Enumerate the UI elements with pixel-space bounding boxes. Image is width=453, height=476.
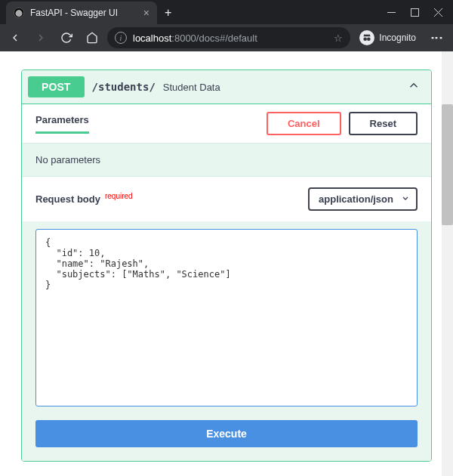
- operation-block-post: POST /students/ Student Data Parameters …: [21, 70, 432, 462]
- parameters-header: Parameters Cancel Reset: [22, 104, 431, 143]
- reload-button[interactable]: [56, 27, 77, 48]
- scrollbar[interactable]: [442, 51, 453, 476]
- close-window-icon[interactable]: [434, 8, 442, 17]
- tab-title: FastAPI - Swagger UI: [30, 8, 137, 18]
- minimize-icon[interactable]: [387, 8, 396, 17]
- address-bar[interactable]: i localhost:8000/docs#/default ☆: [107, 27, 350, 48]
- maximize-icon[interactable]: [411, 8, 419, 17]
- svg-rect-1: [411, 9, 419, 17]
- execute-button[interactable]: Execute: [35, 420, 418, 447]
- execute-wrap: Execute: [22, 420, 431, 461]
- request-body-header: Request body required application/json: [22, 177, 431, 221]
- content-type-value: application/json: [319, 193, 393, 205]
- request-body-editor-wrap: [22, 221, 431, 420]
- scrollbar-thumb[interactable]: [442, 104, 453, 225]
- incognito-label: Incognito: [379, 32, 416, 43]
- no-parameters-message: No parameters: [22, 143, 431, 177]
- collapse-icon[interactable]: [407, 79, 421, 95]
- svg-point-5: [367, 37, 371, 41]
- incognito-icon: [359, 30, 374, 45]
- tab-favicon: ⬤: [14, 8, 24, 18]
- bookmark-icon[interactable]: ☆: [334, 32, 343, 44]
- browser-navbar: i localhost:8000/docs#/default ☆ Incogni…: [0, 24, 453, 51]
- chevron-down-icon: [401, 193, 410, 205]
- site-info-icon[interactable]: i: [115, 32, 127, 44]
- forward-button[interactable]: [30, 27, 51, 48]
- url-text: localhost:8000/docs#/default: [133, 32, 257, 44]
- operation-path: /students/: [92, 81, 156, 93]
- content-type-select[interactable]: application/json: [308, 187, 418, 211]
- request-body-label: Request body: [35, 193, 100, 205]
- incognito-indicator[interactable]: Incognito: [355, 30, 421, 45]
- browser-tab[interactable]: ⬤ FastAPI - Swagger UI ×: [6, 2, 157, 24]
- window-controls: [377, 8, 453, 24]
- browser-titlebar: ⬤ FastAPI - Swagger UI × +: [0, 0, 453, 24]
- operation-summary[interactable]: POST /students/ Student Data: [22, 70, 431, 104]
- http-method-badge: POST: [28, 76, 85, 97]
- svg-point-4: [364, 37, 368, 41]
- browser-menu-icon[interactable]: ⋮: [425, 32, 448, 44]
- new-tab-button[interactable]: +: [157, 6, 179, 24]
- reset-button[interactable]: Reset: [349, 112, 418, 135]
- home-button[interactable]: [82, 27, 103, 48]
- close-tab-icon[interactable]: ×: [143, 7, 149, 19]
- operation-description: Student Data: [163, 82, 220, 93]
- back-button[interactable]: [5, 27, 26, 48]
- required-badge: required: [105, 192, 133, 200]
- operation-body: Parameters Cancel Reset No parameters Re…: [22, 104, 431, 461]
- tab-parameters[interactable]: Parameters: [35, 114, 89, 133]
- cancel-button[interactable]: Cancel: [267, 112, 341, 135]
- request-body-editor[interactable]: [35, 229, 418, 406]
- page-content: POST /students/ Student Data Parameters …: [0, 51, 453, 476]
